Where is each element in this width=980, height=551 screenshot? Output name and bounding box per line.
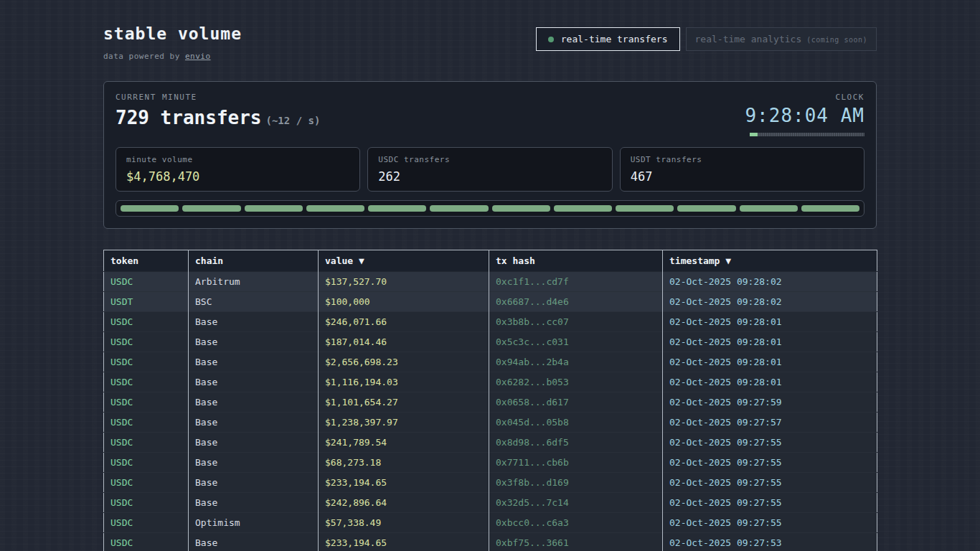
- stat-usdc-transfers-value: 262: [378, 169, 601, 184]
- tab-realtime-transfers[interactable]: real-time transfers: [536, 27, 680, 51]
- clock-label: CLOCK: [745, 93, 864, 102]
- cell-value: $137,527.70: [319, 272, 489, 292]
- stat-minute-volume-label: minute volume: [126, 155, 349, 164]
- cell-tx[interactable]: 0x8d98...6df5: [489, 433, 663, 453]
- cell-token: USDT: [104, 292, 189, 312]
- cell-time: 02-Oct-2025 09:28:01: [663, 332, 877, 352]
- cell-time: 02-Oct-2025 09:28:02: [663, 272, 877, 292]
- cell-value: $233,194.65: [319, 533, 489, 551]
- stat-usdc-transfers-label: USDC transfers: [378, 155, 601, 164]
- cell-tx[interactable]: 0xc1f1...cd7f: [489, 272, 663, 292]
- cell-tx[interactable]: 0x3f8b...d169: [489, 473, 663, 493]
- cell-time: 02-Oct-2025 09:27:55: [663, 453, 877, 473]
- cell-value: $2,656,698.23: [319, 352, 489, 372]
- cell-value: $242,896.64: [319, 493, 489, 513]
- branding: stable volume data powered by envio: [103, 24, 242, 61]
- column-header[interactable]: token: [104, 250, 189, 272]
- transfers-section: tokenchainvalue ▼tx hashtimestamp ▼ USDC…: [103, 250, 877, 551]
- stat-usdt-transfers: USDT transfers 467: [620, 147, 864, 192]
- hero-top-row: CURRENT MINUTE 729 transfers(~12 / s) CL…: [116, 93, 864, 136]
- table-row: USDCBase$187,014.460x5c3c...c03102-Oct-2…: [104, 332, 877, 352]
- cell-token: USDC: [104, 513, 189, 533]
- cell-time: 02-Oct-2025 09:27:55: [663, 513, 877, 533]
- cell-chain: Base: [189, 493, 319, 513]
- cell-chain: Base: [189, 392, 319, 413]
- transfers-count-value: 729 transfers: [116, 107, 262, 128]
- cell-value: $1,101,654.27: [319, 392, 489, 413]
- cell-tx[interactable]: 0x3b8b...cc07: [489, 312, 663, 332]
- cell-chain: Base: [189, 312, 319, 332]
- activity-segment: [245, 205, 303, 212]
- cell-chain: Optimism: [189, 513, 319, 533]
- cell-value: $68,273.18: [319, 453, 489, 473]
- transfers-table-body: USDCArbitrum$137,527.700xc1f1...cd7f02-O…: [104, 272, 877, 551]
- stat-usdt-transfers-label: USDT transfers: [631, 155, 854, 164]
- cell-time: 02-Oct-2025 09:27:53: [663, 533, 877, 551]
- cell-chain: BSC: [189, 292, 319, 312]
- cell-token: USDC: [104, 453, 189, 473]
- cell-tx[interactable]: 0xbcc0...c6a3: [489, 513, 663, 533]
- cell-chain: Base: [189, 533, 319, 551]
- stat-minute-volume-value: $4,768,470: [126, 169, 349, 184]
- cell-tx[interactable]: 0xbf75...3661: [489, 533, 663, 551]
- stat-usdc-transfers: USDC transfers 262: [367, 147, 612, 192]
- table-row: USDCBase$246,071.660x3b8b...cc0702-Oct-2…: [104, 312, 877, 332]
- activity-segment: [306, 205, 364, 212]
- tab-realtime-transfers-label: real-time transfers: [561, 34, 668, 44]
- table-row: USDCBase$1,101,654.270x0658...d61702-Oct…: [104, 392, 877, 413]
- envio-link[interactable]: envio: [185, 52, 211, 61]
- activity-segment: [368, 205, 426, 212]
- table-row: USDCBase$1,116,194.030x6282...b05302-Oct…: [104, 372, 877, 392]
- activity-segment: [121, 205, 179, 212]
- cell-time: 02-Oct-2025 09:28:01: [663, 312, 877, 332]
- cell-token: USDC: [104, 413, 189, 433]
- page-title: stable volume: [103, 24, 242, 43]
- stat-usdt-transfers-value: 467: [631, 169, 854, 184]
- cell-tx[interactable]: 0x7711...cb6b: [489, 453, 663, 473]
- activity-segment: [616, 205, 674, 212]
- cell-value: $233,194.65: [319, 473, 489, 493]
- column-header[interactable]: timestamp ▼: [663, 250, 877, 272]
- transfers-rate: (~12 / s): [266, 115, 321, 126]
- table-header-row: tokenchainvalue ▼tx hashtimestamp ▼: [104, 250, 877, 272]
- cell-tx[interactable]: 0x6282...b053: [489, 372, 663, 392]
- column-header[interactable]: tx hash: [489, 250, 663, 272]
- cell-chain: Base: [189, 372, 319, 392]
- current-minute-label: CURRENT MINUTE: [116, 93, 320, 102]
- clock-block: CLOCK 9:28:04 AM: [745, 93, 864, 136]
- clock-time: 9:28:04 AM: [745, 105, 864, 126]
- powered-by-text: data powered by: [103, 52, 185, 61]
- cell-tx[interactable]: 0x5c3c...c031: [489, 332, 663, 352]
- live-status-dot-icon: [548, 37, 554, 42]
- cell-chain: Base: [189, 413, 319, 433]
- cell-time: 02-Oct-2025 09:27:55: [663, 493, 877, 513]
- cell-value: $246,071.66: [319, 312, 489, 332]
- column-header[interactable]: chain: [189, 250, 319, 272]
- cell-tx[interactable]: 0x6687...d4e6: [489, 292, 663, 312]
- cell-value: $100,000: [319, 292, 489, 312]
- activity-bar-strip: [116, 200, 864, 217]
- cell-tx[interactable]: 0x0658...d617: [489, 392, 663, 413]
- cell-chain: Base: [189, 433, 319, 453]
- table-row: USDCBase$233,194.650xbf75...366102-Oct-2…: [104, 533, 877, 551]
- current-minute-panel: CURRENT MINUTE 729 transfers(~12 / s) CL…: [103, 81, 877, 229]
- cell-token: USDC: [104, 473, 189, 493]
- cell-token: USDC: [104, 352, 189, 372]
- cell-tx[interactable]: 0x94ab...2b4a: [489, 352, 663, 372]
- table-row: USDCBase$2,656,698.230x94ab...2b4a02-Oct…: [104, 352, 877, 372]
- cell-value: $187,014.46: [319, 332, 489, 352]
- cell-tx[interactable]: 0x32d5...7c14: [489, 493, 663, 513]
- cell-token: USDC: [104, 533, 189, 551]
- cell-chain: Base: [189, 352, 319, 372]
- stats-row: minute volume $4,768,470 USDC transfers …: [116, 147, 864, 192]
- column-header[interactable]: value ▼: [319, 250, 489, 272]
- cell-value: $1,116,194.03: [319, 372, 489, 392]
- activity-segment: [801, 205, 859, 212]
- cell-time: 02-Oct-2025 09:27:55: [663, 473, 877, 493]
- table-row: USDCBase$233,194.650x3f8b...d16902-Oct-2…: [104, 473, 877, 493]
- coming-soon-badge: (coming soon): [806, 36, 867, 44]
- activity-segment: [492, 205, 550, 212]
- cell-time: 02-Oct-2025 09:27:59: [663, 392, 877, 413]
- table-row: USDCOptimism$57,338.490xbcc0...c6a302-Oc…: [104, 513, 877, 533]
- cell-tx[interactable]: 0x045d...05b8: [489, 413, 663, 433]
